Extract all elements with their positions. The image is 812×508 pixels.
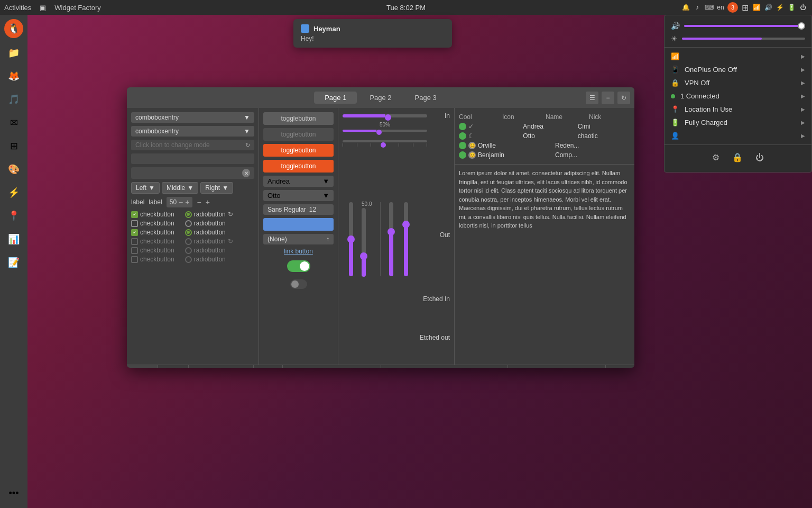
hscale1-track[interactable] [343,114,450,121]
link-button[interactable]: link button [263,248,334,255]
sidebar-item-ubuntu[interactable]: 🐧 [4,19,23,38]
checkbox1[interactable] [131,211,138,218]
volume-slider[interactable] [684,25,805,27]
dropdown-otto[interactable]: Otto ▼ [263,190,334,201]
nb1-tab1[interactable]: page 1 [127,365,158,368]
tab-page2[interactable]: Page 2 [359,92,402,104]
tray-item-connected[interactable]: 1 Connected ▶ [665,89,811,103]
user-row-benjamin[interactable]: 😊 Benjamin Comp... [459,150,630,160]
wf-refresh-btn[interactable]: ↻ [617,92,630,104]
tray-item-oneplus[interactable]: 📱 OnePlus One Off ▶ [665,63,811,76]
radiobutton2[interactable] [185,220,192,227]
vscale4[interactable] [404,202,408,276]
wf-minus-btn[interactable]: − [602,92,614,104]
entry-clear-input[interactable]: entry [135,169,242,177]
sidebar-item-notes[interactable]: 📝 [3,252,24,273]
checkbox3[interactable] [131,229,138,236]
brightness-slider[interactable] [682,38,805,40]
sidebar-item-more[interactable]: ••• [3,483,24,504]
user-row-orville[interactable]: 😊 Orville Reden... [459,141,630,150]
btn-right[interactable]: Right ▼ [200,182,233,194]
combo1[interactable]: comboboxentry ▼ [131,112,254,123]
check3[interactable]: checkbutton [131,229,174,236]
wifi-icon[interactable]: 📶 [752,3,761,12]
tray-item-wifi[interactable]: 📶 ▶ [665,50,811,63]
btn-middle-label: Middle [167,184,185,192]
sidebar-item-paint[interactable]: 🎨 [3,159,24,180]
hscale2-track[interactable] [343,130,450,135]
sidebar-item-mail[interactable]: ✉ [3,112,24,133]
sidebar-item-monitor[interactable]: 📊 [3,229,24,250]
entry-mode-icon[interactable]: ↻ [245,142,250,149]
entry-icon-input[interactable] [135,141,245,149]
spinbox[interactable]: 50 − + [167,197,193,207]
orville-icon: 😊 [468,142,476,149]
check-row-1: checkbutton radiobutton ↻ [131,211,254,218]
tray-item-user[interactable]: 👤 ▶ [665,129,811,142]
none-selector[interactable]: (None) ↑ [263,234,334,244]
spin-plus2-btn[interactable]: + [206,198,210,206]
toggle-switch-on[interactable] [287,260,310,272]
font-selector[interactable]: Sans Regular 12 [263,204,334,215]
sidebar-item-browser[interactable]: 🦊 [3,66,24,87]
btn-middle[interactable]: Middle ▼ [162,182,198,194]
sidebar-item-apps[interactable]: ⊞ [3,135,24,157]
sidebar-item-music[interactable]: 🎵 [3,89,24,110]
nb1-tab3[interactable]: page 3 [189,365,219,368]
radiobutton3[interactable] [185,229,192,236]
sidebar-item-dev[interactable]: ⚡ [3,182,24,203]
user-row-otto[interactable]: ☾ Otto chaotic [459,131,630,141]
entry-clear-btn[interactable]: ✕ [242,169,250,177]
tab-page1[interactable]: Page 1 [314,92,357,104]
nb2-tab1[interactable]: page 1 [254,365,282,368]
spin-minus-btn[interactable]: − [179,198,183,206]
tray-settings-icon[interactable]: ⚙ [710,150,722,165]
volume-icon[interactable]: 🔊 [763,3,773,12]
andrea-nick: Cimi [578,123,630,130]
nb4-tab1[interactable]: page 1 [606,365,634,368]
lorem-text[interactable]: Lorem ipsum dolor sit amet, consectetur … [455,164,634,365]
tray-power-icon[interactable]: ⏻ [753,151,766,165]
bluetooth-icon[interactable]: ⚡ [775,3,785,12]
toggle4[interactable]: togglebutton [263,160,334,173]
ubuntu-icon[interactable]: ⊞ [740,3,750,12]
btn-left[interactable]: Left ▼ [131,182,160,194]
tray-item-battery[interactable]: 🔋 Fully Charged ▶ [665,116,811,129]
color-button[interactable] [263,218,334,231]
keyboard-icon[interactable]: ⌨ [704,3,714,12]
radio3[interactable]: radiobutton [185,229,226,236]
check1[interactable]: checkbutton [131,211,174,218]
checkbox2[interactable] [131,220,138,227]
tray-item-location[interactable]: 📍 Location In Use ▶ [665,103,811,116]
wf-list-btn[interactable]: ☰ [586,92,598,104]
tray-item-vpn[interactable]: 🔒 VPN Off ▶ [665,76,811,89]
sidebar-item-location[interactable]: 📍 [3,205,24,226]
power-icon[interactable]: ⏻ [798,3,808,12]
sidebar-item-files[interactable]: 📁 [3,42,24,64]
vscale3[interactable] [389,202,393,276]
vscale1[interactable] [349,202,353,276]
entry-plain-input[interactable]: entry [135,155,250,162]
combo2[interactable]: comboboxentry ▼ [131,126,254,137]
radio1[interactable]: radiobutton ↻ [185,211,233,218]
user-row-andrea[interactable]: ✓ Andrea Cimi [459,122,630,131]
toggle3[interactable]: togglebutton [263,144,334,157]
bell-icon[interactable]: 🔔 [681,3,690,12]
nb1-tab2[interactable]: page 2 [158,365,189,368]
battery-icon[interactable]: 🔋 [787,3,796,12]
vscale2[interactable] [362,208,366,277]
tray-lock-icon[interactable]: 🔒 [730,150,745,165]
spin-minus2-btn[interactable]: − [197,198,201,206]
radio2[interactable]: radiobutton [185,220,226,227]
toggle1[interactable]: togglebutton [263,112,334,125]
music-icon[interactable]: ♪ [693,3,702,12]
activities-label[interactable]: Activities [4,4,31,12]
user-avatar[interactable]: 3 [727,2,738,13]
spin-plus-btn[interactable]: + [185,198,189,206]
dropdown-andrea[interactable]: Andrea ▼ [263,176,334,187]
toggle-switch-off[interactable] [290,279,307,289]
hscale3-track[interactable] [343,140,450,153]
radiobutton1[interactable] [185,211,192,218]
check2[interactable]: checkbutton [131,220,174,227]
tab-page3[interactable]: Page 3 [404,92,447,104]
